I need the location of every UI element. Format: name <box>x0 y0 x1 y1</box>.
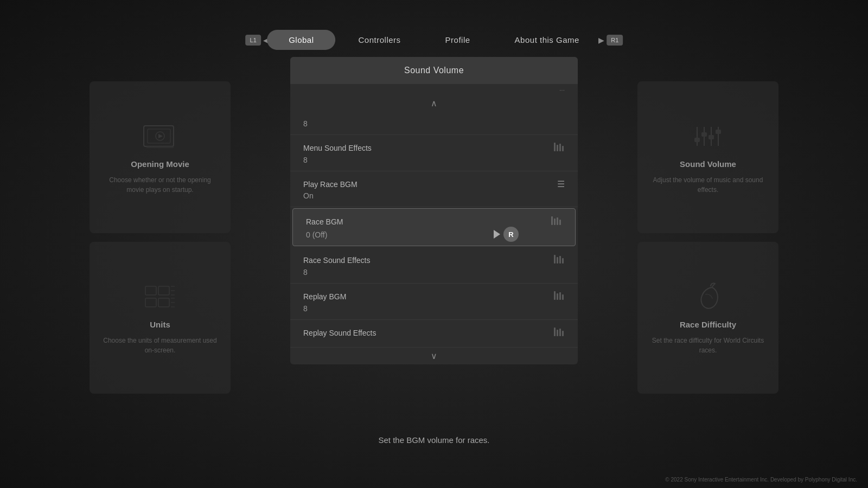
svg-rect-8 <box>158 298 169 307</box>
side-card-opening-movie[interactable]: Opening Movie Choose whether or not the … <box>90 81 231 233</box>
units-desc: Choose the units of measurement used on-… <box>100 336 220 355</box>
right-side-cards: Sound Volume Adjust the volume of music … <box>637 81 778 394</box>
svg-rect-40 <box>557 330 558 336</box>
menu-sfx-value: 8 <box>303 156 565 164</box>
svg-rect-24 <box>557 145 558 151</box>
svg-rect-27 <box>551 216 553 225</box>
bottom-hint: Set the BGM volume for races. <box>378 435 489 445</box>
grid-icon <box>138 281 182 313</box>
units-title: Units <box>150 320 170 329</box>
setting-item-race-sfx[interactable]: Race Sound Effects 8 <box>290 247 578 284</box>
tab-global[interactable]: Global <box>267 30 335 50</box>
svg-rect-28 <box>554 219 556 225</box>
top-navigation: L1 ◀ Global Controllers Profile About th… <box>247 30 621 50</box>
left-side-cards: Opening Movie Choose whether or not the … <box>90 81 231 394</box>
setting-item-replay-sfx[interactable]: Replay Sound Effects <box>290 320 578 348</box>
play-race-bgm-icon: ☰ <box>557 179 565 189</box>
video-icon <box>138 120 182 153</box>
sound-volume-title: Sound Volume <box>680 159 736 169</box>
svg-rect-22 <box>716 130 721 134</box>
menu-sfx-label: Menu Sound Effects <box>303 144 372 152</box>
copyright-text: © 2022 Sony Interactive Entertainment In… <box>665 477 857 483</box>
svg-rect-6 <box>158 286 169 295</box>
modal-body: ··· ∧ 8 Menu Sound Effects <box>290 84 578 364</box>
setting-item-menu-sfx[interactable]: Menu Sound Effects 8 <box>290 135 578 171</box>
tab-profile[interactable]: Profile <box>424 30 492 50</box>
svg-rect-30 <box>559 220 561 225</box>
nav-left-button[interactable]: L1 ◀ <box>247 30 267 50</box>
sound-volume-modal: Sound Volume ··· ∧ 8 Menu Sound Effects <box>290 57 578 364</box>
play-race-bgm-label: Play Race BGM <box>303 180 358 189</box>
tab-about[interactable]: About this Game <box>493 30 601 50</box>
r-button-icon: R <box>503 227 519 242</box>
replay-sfx-label: Replay Sound Effects <box>303 329 376 337</box>
svg-rect-25 <box>559 144 561 151</box>
svg-rect-19 <box>694 138 700 142</box>
replay-bgm-label: Replay BGM <box>303 292 346 301</box>
svg-rect-5 <box>145 286 156 295</box>
svg-rect-26 <box>562 146 564 151</box>
setting-item-above: 8 <box>290 111 578 135</box>
svg-rect-42 <box>562 331 564 336</box>
svg-rect-33 <box>559 256 561 264</box>
menu-sfx-icon <box>554 143 565 153</box>
nav-right-button[interactable]: ▶ R1 <box>601 30 621 50</box>
side-card-race-difficulty[interactable]: Race Difficulty Set the race difficulty … <box>637 242 778 394</box>
chevron-up-icon: ∧ <box>431 99 437 108</box>
race-sfx-icon <box>554 255 565 266</box>
cursor-indicator: R <box>494 227 519 242</box>
race-sfx-value: 8 <box>303 268 565 277</box>
svg-rect-38 <box>562 294 564 300</box>
side-card-sound-volume[interactable]: Sound Volume Adjust the volume of music … <box>637 81 778 233</box>
race-bgm-icon <box>551 216 562 227</box>
race-bgm-value: 0 (Off) <box>306 230 327 239</box>
race-bgm-label: Race BGM <box>306 217 343 226</box>
race-bgm-label-row: Race BGM <box>306 216 562 227</box>
svg-rect-29 <box>557 217 558 225</box>
setting-value-above: 8 <box>303 119 565 128</box>
tab-controllers[interactable]: Controllers <box>337 30 423 50</box>
svg-rect-32 <box>557 257 558 264</box>
race-difficulty-desc: Set the race difficulty for World Circui… <box>648 336 768 355</box>
race-sfx-label: Race Sound Effects <box>303 256 370 265</box>
scroll-up-arrow[interactable]: ∧ <box>290 96 578 111</box>
setting-item-race-bgm[interactable]: Race BGM 0 (Off) R <box>292 208 576 246</box>
svg-rect-23 <box>554 143 556 151</box>
svg-rect-34 <box>562 258 564 264</box>
sound-volume-desc: Adjust the volume of music and sound eff… <box>648 175 768 195</box>
scroll-down-arrow[interactable]: ∨ <box>290 348 578 364</box>
setting-item-replay-bgm[interactable]: Replay BGM 8 <box>290 284 578 320</box>
race-sfx-label-row: Race Sound Effects <box>303 255 565 266</box>
svg-rect-4 <box>146 146 174 148</box>
replay-sfx-label-row: Replay Sound Effects <box>303 328 565 338</box>
opening-movie-desc: Choose whether or not the opening movie … <box>100 175 220 195</box>
race-difficulty-title: Race Difficulty <box>680 320 736 329</box>
svg-rect-39 <box>554 328 556 336</box>
svg-rect-31 <box>554 255 556 264</box>
svg-rect-41 <box>559 329 561 336</box>
cursor-triangle-icon <box>494 230 500 239</box>
menu-sfx-label-row: Menu Sound Effects <box>303 143 565 153</box>
overflow-indicator-top: ··· <box>290 84 578 96</box>
svg-rect-36 <box>557 293 558 300</box>
opening-movie-title: Opening Movie <box>131 159 189 169</box>
side-card-units[interactable]: Units Choose the units of measurement us… <box>90 242 231 394</box>
setting-item-play-race-bgm[interactable]: Play Race BGM ☰ On <box>290 171 578 207</box>
svg-rect-20 <box>701 132 707 137</box>
modal-title: Sound Volume <box>290 57 578 84</box>
nav-tabs: Global Controllers Profile About this Ga… <box>267 30 601 50</box>
replay-sfx-icon <box>554 328 565 338</box>
svg-rect-37 <box>559 292 561 300</box>
replay-bgm-value: 8 <box>303 304 565 313</box>
svg-marker-3 <box>158 134 163 138</box>
play-race-bgm-label-row: Play Race BGM ☰ <box>303 179 565 189</box>
svg-rect-21 <box>709 135 714 139</box>
chili-icon <box>686 281 730 313</box>
chevron-down-icon: ∨ <box>431 351 437 361</box>
play-race-bgm-value: On <box>303 191 565 200</box>
svg-rect-7 <box>145 298 156 307</box>
replay-bgm-label-row: Replay BGM <box>303 291 565 302</box>
sliders-icon <box>686 120 730 153</box>
replay-bgm-icon <box>554 291 565 302</box>
svg-rect-35 <box>554 291 556 300</box>
